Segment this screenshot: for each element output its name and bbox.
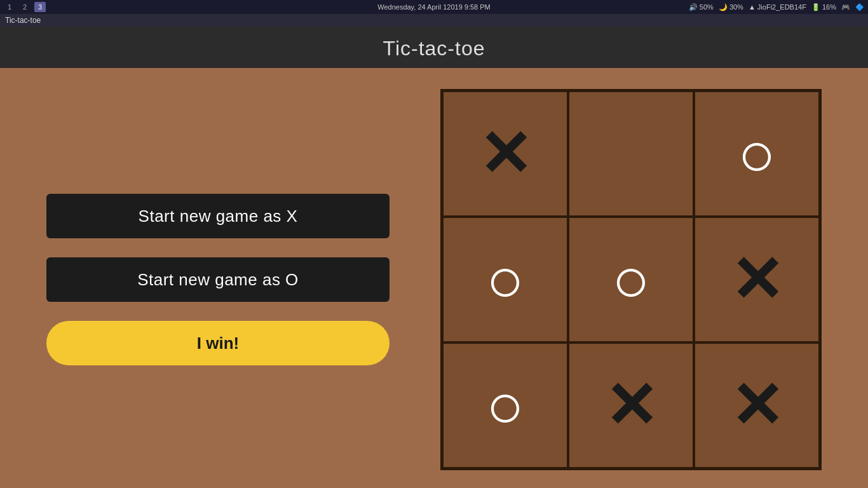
cell-0-1[interactable] bbox=[568, 91, 694, 217]
cell-1-1-symbol: ○ bbox=[612, 248, 650, 311]
app-title: Tic-tac-toe bbox=[0, 37, 868, 60]
wifi-indicator: ▲ JioFi2_EDB14F bbox=[749, 3, 806, 11]
cell-1-2[interactable]: ✕ bbox=[694, 217, 820, 342]
left-panel: Start new game as X Start new game as O … bbox=[46, 194, 390, 365]
start-o-button[interactable]: Start new game as O bbox=[46, 257, 390, 302]
start-x-button[interactable]: Start new game as X bbox=[46, 194, 390, 238]
tab-2[interactable]: 2 bbox=[19, 2, 31, 12]
cell-2-1-symbol: ✕ bbox=[604, 374, 658, 437]
taskbar-tabs: 1 2 3 bbox=[4, 2, 46, 12]
tab-3[interactable]: 3 bbox=[34, 2, 46, 12]
cell-1-0[interactable]: ○ bbox=[442, 217, 568, 342]
bluetooth-icon: 🔷 bbox=[855, 3, 864, 11]
cell-2-0-symbol: ○ bbox=[486, 374, 524, 437]
title-bar: Tic-tac-toe bbox=[0, 14, 868, 27]
cell-2-1[interactable]: ✕ bbox=[568, 342, 694, 468]
battery-indicator: 🔋 16% bbox=[811, 3, 836, 11]
cell-0-0[interactable]: ✕ bbox=[442, 91, 568, 217]
cell-1-0-symbol: ○ bbox=[486, 248, 524, 311]
discord-icon: 🎮 bbox=[841, 3, 850, 11]
taskbar: 1 2 3 Wednesday, 24 April 12019 9:58 PM … bbox=[0, 0, 868, 14]
cell-0-2-symbol: ○ bbox=[738, 122, 776, 186]
volume-indicator: 🔊 50% bbox=[689, 3, 714, 11]
moon-indicator: 🌙 30% bbox=[719, 3, 743, 11]
cell-1-1[interactable]: ○ bbox=[568, 217, 694, 342]
taskbar-datetime: Wednesday, 24 April 12019 9:58 PM bbox=[377, 3, 491, 11]
cell-2-0[interactable]: ○ bbox=[442, 342, 568, 468]
cell-2-2[interactable]: ✕ bbox=[694, 342, 820, 468]
win-button[interactable]: I win! bbox=[46, 321, 390, 365]
taskbar-system: 🔊 50% 🌙 30% ▲ JioFi2_EDB14F 🔋 16% 🎮 🔷 bbox=[689, 3, 864, 11]
app-header: Tic-tac-toe bbox=[0, 27, 868, 68]
main-content: Start new game as X Start new game as O … bbox=[0, 68, 868, 488]
cell-2-2-symbol: ✕ bbox=[730, 374, 783, 437]
cell-0-0-symbol: ✕ bbox=[478, 122, 532, 186]
tab-1[interactable]: 1 bbox=[4, 2, 15, 12]
window-title: Tic-tac-toe bbox=[5, 16, 41, 25]
cell-1-2-symbol: ✕ bbox=[730, 248, 783, 311]
cell-0-2[interactable]: ○ bbox=[694, 91, 820, 217]
game-board: ✕ ○ ○ ○ ✕ ○ ✕ ✕ bbox=[440, 89, 822, 470]
